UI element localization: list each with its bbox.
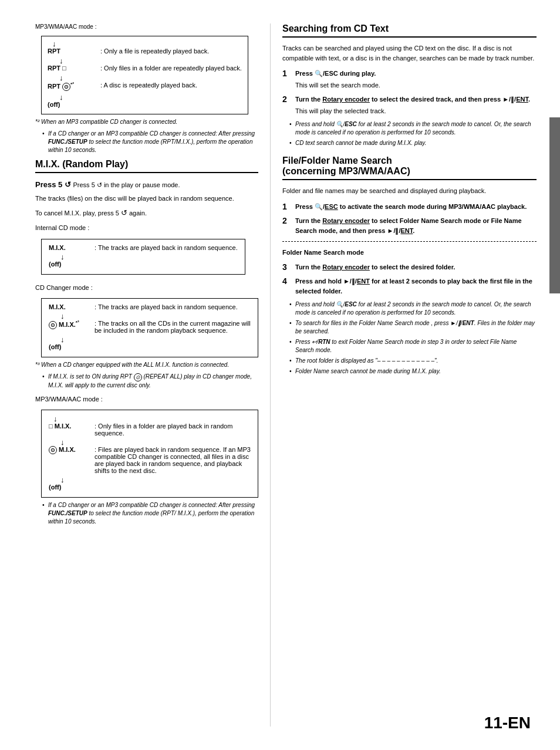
mix-desc1: The tracks (files) on the disc will be p… (35, 194, 258, 204)
rpt-row1: RPT : Only a file is repeatedly played b… (48, 48, 242, 55)
mix-internal-row-off: (off) (49, 261, 238, 268)
mp3-desc2: : Files are played back in random sequen… (90, 446, 251, 474)
rpt-row2: RPT □ : Only files in a folder are repea… (48, 65, 242, 72)
internal-cd-mode-label: Internal CD mode : (35, 223, 258, 233)
mp3-diagram: ↓ □ M.I.X. : Only files in a folder are … (41, 410, 258, 498)
searching-title: Searching from CD Text (282, 23, 537, 38)
ff-step1: 1 Press 🔍/ESC to activate the search mod… (282, 202, 537, 212)
mix-desc2: To cancel M.I.X. play, press 5 ↺ again. (35, 207, 258, 219)
arrow-top: ↓ (52, 40, 242, 48)
step1-content: Press 🔍/ESC during play. This will set t… (295, 69, 537, 90)
arrow-rpt1: ↓ (59, 57, 242, 65)
ff-step3-number: 3 (282, 262, 287, 272)
mix-internal-row1: M.I.X. : The tracks are played back in r… (49, 244, 238, 251)
mix-changer-arrow2: ↓ (60, 336, 251, 343)
arrow-rpt3: ↓ (59, 93, 242, 101)
searching-section: Searching from CD Text Tracks can be sea… (282, 23, 537, 147)
ff-step1-content: Press 🔍/ESC to activate the search mode … (295, 202, 537, 212)
ff-step1-number: 1 (282, 202, 287, 211)
searching-bullets: Press and hold 🔍/ESC for at least 2 seco… (282, 120, 537, 147)
file-folder-section: File/Folder Name Search(concerning MP3/W… (282, 156, 537, 376)
step1-desc: This will set the search mode. (295, 80, 537, 90)
folder-name-search-label: Folder Name Search mode (282, 248, 537, 258)
ff-step1-bold: Press 🔍/ESC to activate the search mode … (295, 202, 537, 212)
mp3-desc1: : Only files in a folder are played back… (90, 423, 251, 437)
ff-step4-bold: Press and hold ►/‖/ENT for at least 2 se… (295, 276, 537, 296)
step2-desc: This will play the selected track. (295, 106, 537, 116)
top-note-list: If a CD changer or an MP3 compatible CD … (35, 130, 258, 154)
step2-content: Turn the Rotary encoder to select the de… (295, 94, 537, 116)
step2-number: 2 (282, 94, 287, 104)
ff-step2-content: Turn the Rotary encoder to select Folder… (295, 216, 537, 235)
right-column: Searching from CD Text Tracks can be sea… (270, 23, 560, 727)
mix-section: M.I.X. (Random Play) Press 5 ↺ Press 5 ↺… (35, 159, 258, 526)
mix-changer-label2: ⊙ M.I.X.*³ (49, 320, 90, 329)
footnote2: *² When an MP3 compatible CD changer is … (35, 118, 258, 126)
ff-step2-bold: Turn the Rotary encoder to select Folder… (295, 216, 537, 235)
ff-step4-content: Press and hold ►/‖/ENT for at least 2 se… (295, 276, 537, 296)
searching-bullet1: Press and hold 🔍/ESC for at least 2 seco… (289, 120, 537, 137)
internal-cd-diagram: M.I.X. : The tracks are played back in r… (41, 239, 245, 275)
mp3-note-item: If a CD changer or an MP3 compatible CD … (42, 501, 258, 526)
ff-bullet4: The root folder is displayed as "– – – –… (289, 357, 537, 365)
mp3-mode-label-top: MP3/WMA/AAC mode : (35, 23, 258, 30)
mix-arrow1: ↓ (60, 253, 238, 261)
ff-step4: 4 Press and hold ►/‖/ENT for at least 2 … (282, 276, 537, 296)
cd-changer-note-list: If M.I.X. is set to ON during RPT ⊙ (REP… (35, 373, 258, 389)
mp3-mode-top-section: MP3/WMA/AAC mode : ↓ RPT : Only a file i… (35, 23, 258, 154)
ff-bullets: Press and hold 🔍/ESC for at least 2 seco… (282, 300, 537, 376)
ff-step3: 3 Turn the Rotary encoder to select the … (282, 262, 537, 272)
rpt-desc3: : A disc is repeatedly played back. (95, 82, 242, 89)
searching-bullet2: CD text search cannot be made during M.I… (289, 139, 537, 147)
ff-step3-content: Turn the Rotary encoder to select the de… (295, 262, 537, 272)
mix-changer-off: (off) (49, 343, 90, 350)
ff-bullet1: Press and hold 🔍/ESC for at least 2 seco… (289, 300, 537, 317)
ff-step2-number: 2 (282, 216, 287, 225)
mix-changer-arrow1: ↓ (60, 312, 251, 320)
search-step1: 1 Press 🔍/ESC during play. This will set… (282, 69, 537, 90)
mp3-label2: ⊙ M.I.X. (49, 446, 90, 454)
search-step2: 2 Turn the Rotary encoder to select the … (282, 94, 537, 116)
cd-changer-diagram: M.I.X. : The tracks are played back in r… (41, 298, 258, 357)
mp3-row-off: (off) (49, 484, 251, 491)
ff-step3-bold: Turn the Rotary encoder to select the de… (295, 262, 537, 272)
file-folder-title: File/Folder Name Search(concerning MP3/W… (282, 156, 537, 180)
mix-changer-row2: ⊙ M.I.X.*³ : The tracks on all the CDs i… (49, 320, 251, 334)
mix-internal-off: (off) (49, 261, 90, 268)
rpt-row3: RPT ⊙*² : A disc is repeatedly played ba… (48, 82, 242, 91)
rpt-row-off: (off) (48, 101, 242, 108)
mix-subtitle: Press 5 ↺ Press 5 ↺ in the play or pause… (35, 179, 258, 191)
step2-bold: Turn the Rotary encoder to select the de… (295, 94, 537, 104)
dashed-divider (282, 241, 537, 242)
ff-step4-number: 4 (282, 276, 287, 286)
footnote3: *³ When a CD changer equipped with the A… (35, 361, 258, 369)
mp3-note-list: If a CD changer or an MP3 compatible CD … (35, 501, 258, 526)
mix-changer-desc1: : The tracks are played back in random s… (90, 303, 251, 310)
step1-bold: Press 🔍/ESC during play. (295, 69, 537, 79)
cd-changer-mode-label: CD Changer mode : (35, 283, 258, 293)
sidebar-tab (549, 117, 560, 293)
rpt-desc2: : Only files in a folder are repeatedly … (95, 65, 242, 72)
mix-internal-label1: M.I.X. (49, 244, 90, 251)
file-folder-intro: Folder and file names may be searched an… (282, 186, 537, 196)
rpt-label1: RPT (48, 48, 95, 55)
ff-bullet3: Press ↩/RTN to exit Folder Name Search m… (289, 338, 537, 354)
ff-bullet2: To search for files in the Folder Name S… (289, 319, 537, 336)
searching-intro: Tracks can be searched and played using … (282, 43, 537, 63)
rpt-desc1: : Only a file is repeatedly played back. (95, 48, 242, 55)
cd-changer-note-item: If M.I.X. is set to ON during RPT ⊙ (REP… (42, 373, 258, 389)
mix-changer-row1: M.I.X. : The tracks are played back in r… (49, 303, 251, 310)
mix-changer-row-off: (off) (49, 343, 251, 350)
arrow-rpt2: ↓ (59, 74, 242, 82)
mp3-arrow-top: ↓ (53, 415, 251, 423)
mp3-row1: □ M.I.X. : Only files in a folder are pl… (49, 423, 251, 437)
page-number: 11-EN (484, 714, 531, 732)
rpt-off: (off) (48, 101, 95, 108)
mp3-label1: □ M.I.X. (49, 423, 90, 430)
mix-internal-desc1: : The tracks are played back in random s… (90, 244, 238, 251)
ff-bullet5: Folder Name search cannot be made during… (289, 367, 537, 376)
left-column: MP3/WMA/AAC mode : ↓ RPT : Only a file i… (0, 23, 270, 727)
mix-section-title: M.I.X. (Random Play) (35, 159, 258, 173)
rpt-label3: RPT ⊙*² (48, 82, 95, 91)
mp3-arrow1: ↓ (60, 438, 251, 446)
